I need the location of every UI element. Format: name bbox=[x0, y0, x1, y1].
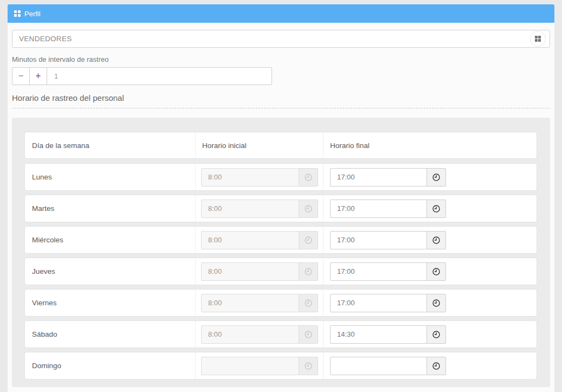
divider bbox=[12, 108, 550, 108]
clock-icon bbox=[299, 357, 318, 375]
grid-icon bbox=[14, 10, 21, 17]
start-cell bbox=[196, 352, 324, 379]
end-time-group bbox=[330, 325, 446, 344]
day-label: Jueves bbox=[25, 258, 196, 285]
end-time-input[interactable] bbox=[330, 262, 427, 281]
panel-header: Perfil bbox=[8, 4, 554, 23]
end-cell bbox=[324, 258, 537, 285]
end-time-group bbox=[330, 294, 446, 312]
clock-icon[interactable] bbox=[427, 231, 446, 249]
clock-icon bbox=[299, 262, 318, 281]
panel-body: VENDEDORES Minutos de intervalo de rastr… bbox=[8, 23, 554, 387]
schedule-header-row: Día de la semana Horario inicial Horario… bbox=[24, 132, 537, 159]
schedule-row: Viernes bbox=[24, 289, 537, 317]
start-time-input bbox=[201, 168, 299, 187]
end-time-group bbox=[330, 168, 446, 187]
grid-icon bbox=[535, 36, 541, 42]
start-time-input bbox=[201, 357, 299, 375]
minus-icon: − bbox=[18, 71, 23, 81]
start-time-input bbox=[201, 231, 299, 249]
profile-panel: Perfil VENDEDORES Minutos de intervalo d… bbox=[8, 4, 554, 392]
column-header-day: Día de la semana bbox=[25, 132, 196, 158]
clock-icon[interactable] bbox=[427, 357, 446, 375]
clock-icon[interactable] bbox=[427, 262, 446, 281]
column-header-start: Horario inicial bbox=[196, 132, 324, 158]
end-time-input[interactable] bbox=[330, 357, 427, 375]
profile-select[interactable]: VENDEDORES bbox=[12, 30, 550, 48]
end-time-group bbox=[330, 262, 446, 281]
start-time-group bbox=[201, 357, 318, 375]
schedule-row: Martes bbox=[24, 195, 537, 222]
day-label: Martes bbox=[25, 195, 196, 222]
end-time-input[interactable] bbox=[330, 294, 427, 312]
clock-icon[interactable] bbox=[427, 294, 446, 312]
day-label: Miércoles bbox=[25, 227, 196, 253]
profile-grid-button[interactable] bbox=[530, 31, 546, 47]
day-label: Viernes bbox=[25, 290, 196, 316]
end-time-input[interactable] bbox=[330, 231, 427, 249]
day-label: Domingo bbox=[25, 352, 196, 379]
start-cell bbox=[196, 195, 324, 222]
end-cell bbox=[324, 290, 537, 316]
clock-icon[interactable] bbox=[427, 200, 446, 218]
end-time-group bbox=[330, 200, 446, 218]
decrement-button[interactable]: − bbox=[12, 67, 30, 85]
start-time-group bbox=[201, 168, 318, 187]
schedule-row: Jueves bbox=[24, 258, 537, 285]
interval-stepper: − + bbox=[12, 67, 272, 85]
start-time-group bbox=[201, 325, 318, 344]
schedule-row: Lunes bbox=[24, 163, 537, 191]
end-cell bbox=[324, 352, 537, 379]
end-time-input[interactable] bbox=[330, 200, 427, 218]
start-time-group bbox=[201, 231, 318, 249]
end-time-input[interactable] bbox=[330, 325, 427, 344]
end-cell bbox=[324, 164, 537, 190]
end-cell bbox=[324, 321, 537, 348]
schedule-row: Domingo bbox=[24, 352, 537, 380]
column-header-end: Horario final bbox=[324, 132, 537, 158]
clock-icon bbox=[299, 231, 318, 249]
start-cell bbox=[196, 164, 324, 190]
end-time-group bbox=[330, 357, 446, 375]
schedule-table: Día de la semana Horario inicial Horario… bbox=[12, 118, 550, 387]
start-time-group bbox=[201, 294, 318, 312]
clock-icon bbox=[299, 168, 318, 187]
start-time-input bbox=[201, 325, 299, 344]
panel-title: Perfil bbox=[24, 10, 41, 18]
increment-button[interactable]: + bbox=[29, 67, 47, 85]
day-label: Lunes bbox=[25, 164, 196, 190]
clock-icon bbox=[299, 325, 318, 344]
clock-icon bbox=[299, 294, 318, 312]
schedule-rows: Lunes bbox=[24, 163, 537, 380]
start-time-input bbox=[201, 262, 299, 281]
end-time-group bbox=[330, 231, 446, 249]
start-time-input bbox=[201, 200, 299, 218]
start-time-group bbox=[201, 262, 318, 281]
start-cell bbox=[196, 321, 324, 348]
profile-select-value: VENDEDORES bbox=[12, 30, 550, 47]
start-time-group bbox=[201, 200, 318, 218]
start-cell bbox=[196, 227, 324, 253]
interval-label: Minutos de intervalo de rastreo bbox=[12, 55, 550, 63]
day-label: Sábado bbox=[25, 321, 196, 348]
start-cell bbox=[196, 258, 324, 285]
end-time-input[interactable] bbox=[330, 168, 427, 187]
schedule-heading: Horario de rastreo del personal bbox=[12, 93, 550, 102]
start-time-input bbox=[201, 294, 299, 312]
interval-input[interactable] bbox=[47, 67, 272, 85]
clock-icon[interactable] bbox=[427, 325, 446, 344]
end-cell bbox=[324, 227, 537, 253]
plus-icon: + bbox=[36, 71, 41, 81]
start-cell bbox=[196, 290, 324, 316]
end-cell bbox=[324, 195, 537, 222]
clock-icon bbox=[299, 200, 318, 218]
schedule-row: Sábado bbox=[24, 320, 537, 348]
schedule-row: Miércoles bbox=[24, 226, 537, 254]
clock-icon[interactable] bbox=[427, 168, 446, 187]
